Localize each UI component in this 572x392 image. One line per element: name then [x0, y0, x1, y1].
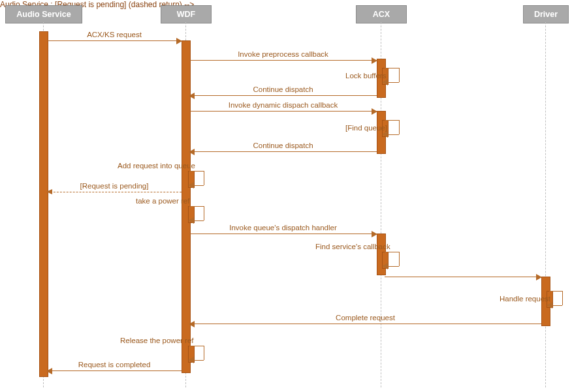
msg-label: Continue dispatch	[253, 85, 313, 93]
arrow-left-icon	[189, 321, 195, 327]
msg-label: Invoke queue's dispatch handler	[229, 224, 337, 232]
participant-wdf: WDF	[161, 5, 212, 23]
msg-continue-dispatch-1: Continue dispatch	[189, 95, 377, 96]
msg-label: [Request is pending]	[80, 182, 149, 190]
participant-label: ACX	[373, 10, 390, 19]
participant-label: WDF	[177, 10, 195, 19]
msg-invoke-preprocess: Invoke preprocess callback	[189, 60, 377, 61]
participant-audio-service: Audio Service	[5, 5, 82, 23]
msg-label: Request is completed	[78, 361, 151, 369]
msg-label: Complete request	[336, 314, 395, 322]
participant-acx: ACX	[356, 5, 407, 23]
msg-continue-dispatch-2: Continue dispatch	[189, 151, 377, 152]
participant-label: Audio Service	[16, 10, 71, 19]
arrow-right-icon	[372, 231, 377, 237]
msg-label: Find service's callback	[315, 243, 390, 250]
arrow-left-icon	[189, 93, 195, 99]
msg-label: Continue dispatch	[253, 142, 313, 149]
msg-label: Invoke dynamic dispach callback	[229, 101, 338, 109]
lifeline-driver	[545, 22, 546, 387]
arrow-left-icon	[189, 149, 195, 155]
arrow-right-icon	[372, 57, 377, 64]
msg-label: Release the power ref	[120, 337, 194, 344]
participant-label: Driver	[534, 10, 558, 19]
msg-acx-to-driver	[385, 277, 541, 277]
msg-invoke-queue-handler: Invoke queue's dispatch handler	[189, 234, 377, 234]
arrow-left-icon	[46, 189, 52, 194]
msg-request-pending: [Request is pending]	[47, 192, 182, 192]
msg-label: ACX/KS request	[87, 31, 142, 38]
arrow-right-icon	[176, 38, 182, 44]
participant-driver: Driver	[523, 5, 569, 23]
arrow-left-icon	[46, 368, 52, 374]
msg-complete-request: Complete request	[189, 324, 541, 324]
msg-label: Invoke preprocess callback	[238, 50, 328, 58]
msg-label: Handle request	[500, 295, 550, 303]
sequence-diagram: { "participants": { "audio_service": "Au…	[0, 0, 572, 392]
msg-label: take a power ref	[136, 197, 189, 205]
msg-request-completed: Request is completed	[47, 370, 182, 371]
msg-invoke-dynamic-dispatch: Invoke dynamic dispach callback	[189, 111, 377, 112]
msg-label: Add request into queue	[118, 162, 195, 170]
msg-label: Lock buffers	[345, 72, 386, 80]
arrow-right-icon	[536, 274, 542, 280]
activation-audio-service	[39, 31, 48, 377]
msg-acx-ks-request: ACX/KS request	[47, 40, 182, 41]
arrow-right-icon	[372, 108, 377, 115]
msg-label: [Find queue]	[345, 124, 387, 132]
